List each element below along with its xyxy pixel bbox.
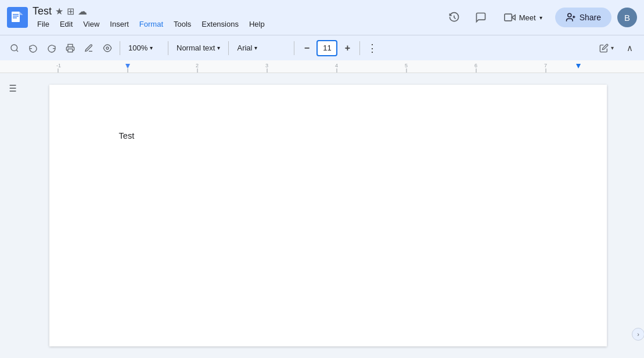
document-canvas-wrapper[interactable]: Test	[23, 73, 632, 358]
separator-2	[168, 41, 168, 55]
history-button[interactable]	[444, 7, 465, 28]
collapse-panel-button[interactable]: ›	[632, 328, 644, 341]
edit-chevron-icon: ▾	[611, 45, 614, 51]
font-size-decrease-button[interactable]: −	[298, 39, 315, 57]
person-add-icon	[566, 12, 576, 23]
svg-rect-3	[13, 16, 19, 17]
document-content[interactable]: Test	[119, 131, 537, 140]
paint-format-button[interactable]	[99, 39, 116, 57]
more-options-button[interactable]: ⋮	[364, 39, 381, 57]
collapse-toolbar-button[interactable]: ∧	[621, 39, 638, 57]
edit-pencil-icon	[599, 44, 609, 53]
ruler-svg: -1 1 2 3 4 5 6 7	[0, 60, 644, 73]
comments-button[interactable]	[470, 7, 491, 28]
doc-title[interactable]: Test	[33, 5, 52, 17]
ruler: -1 1 2 3 4 5 6 7	[0, 60, 644, 73]
folder-icon[interactable]: ⊞	[67, 6, 74, 17]
menu-help[interactable]: Help	[244, 19, 269, 30]
svg-rect-4	[13, 17, 17, 19]
svg-text:3: 3	[265, 63, 268, 68]
menu-file[interactable]: File	[33, 19, 54, 30]
document-page[interactable]: Test	[49, 85, 607, 346]
svg-rect-16	[0, 60, 644, 73]
text-style-select[interactable]: Normal text ▾	[172, 39, 225, 57]
svg-rect-2	[13, 14, 19, 15]
title-section: Test ★ ⊞ ☁ File Edit View Insert Format …	[33, 5, 439, 30]
zoom-value: 100%	[128, 44, 147, 52]
svg-rect-8	[505, 14, 512, 21]
sidebar-outline	[0, 73, 23, 358]
svg-rect-1	[12, 12, 20, 22]
menu-format[interactable]: Format	[135, 19, 168, 30]
more-options-icon: ⋮	[367, 42, 377, 55]
font-size-input[interactable]	[316, 40, 337, 56]
history-icon	[448, 12, 460, 23]
text-style-chevron-icon: ▾	[217, 45, 220, 51]
text-style-label: Normal text	[177, 44, 215, 52]
undo-button[interactable]	[24, 39, 42, 57]
video-icon	[504, 12, 516, 23]
outline-list-icon	[6, 82, 17, 94]
docs-logo-icon	[7, 7, 28, 28]
edit-mode-button[interactable]: ▾	[595, 41, 618, 55]
separator-1	[120, 41, 120, 55]
title-bar: Test ★ ⊞ ☁ File Edit View Insert Format …	[0, 0, 644, 35]
svg-point-12	[11, 45, 17, 51]
svg-point-15	[106, 47, 109, 49]
redo-icon	[47, 44, 56, 53]
share-button[interactable]: Share	[555, 8, 611, 27]
svg-text:7: 7	[544, 63, 547, 68]
cloud-saved-icon[interactable]: ☁	[78, 6, 87, 17]
font-size-decrease-icon: −	[304, 43, 310, 53]
menu-tools[interactable]: Tools	[169, 19, 196, 30]
svg-text:-1: -1	[56, 63, 61, 68]
paint-format-icon	[103, 44, 112, 53]
spell-check-icon	[84, 44, 93, 53]
font-select[interactable]: Arial ▾	[232, 39, 290, 57]
svg-text:6: 6	[474, 63, 477, 68]
search-button[interactable]	[6, 39, 23, 57]
main-area: Test ›	[0, 73, 644, 358]
separator-5	[359, 41, 360, 55]
meet-label: Meet	[519, 13, 536, 22]
zoom-chevron-icon: ▾	[150, 45, 153, 51]
outline-toggle-button[interactable]	[6, 82, 17, 97]
toolbar-right: ▾ ∧	[595, 39, 638, 57]
title-bar-right: Meet ▾ Share B	[444, 7, 637, 28]
spell-check-button[interactable]	[80, 39, 98, 57]
right-sidebar: ›	[632, 73, 644, 358]
svg-rect-14	[68, 49, 73, 52]
meet-chevron-icon: ▾	[539, 15, 542, 21]
menu-view[interactable]: View	[78, 19, 104, 30]
font-size-increase-button[interactable]: +	[339, 39, 356, 57]
undo-icon	[28, 44, 38, 53]
svg-point-9	[567, 13, 571, 17]
font-size-group: − +	[298, 39, 356, 57]
meet-button[interactable]: Meet ▾	[497, 8, 549, 27]
menu-edit[interactable]: Edit	[55, 19, 77, 30]
zoom-select[interactable]: 100% ▾	[124, 39, 164, 57]
collapse-icon: ∧	[627, 43, 633, 53]
svg-line-13	[16, 50, 18, 52]
share-label: Share	[580, 13, 601, 22]
toolbar: 100% ▾ Normal text ▾ Arial ▾ − + ⋮ ▾	[0, 35, 644, 60]
print-icon	[66, 44, 75, 53]
separator-4	[294, 41, 294, 55]
separator-3	[228, 41, 229, 55]
print-button[interactable]	[62, 39, 79, 57]
star-icon[interactable]: ★	[55, 6, 63, 17]
font-label: Arial	[237, 44, 252, 52]
menu-extensions[interactable]: Extensions	[197, 19, 243, 30]
comment-icon	[475, 12, 487, 23]
menu-bar: File Edit View Insert Format Tools Exten…	[33, 19, 439, 30]
svg-text:2: 2	[196, 63, 199, 68]
svg-text:5: 5	[405, 63, 408, 68]
user-avatar[interactable]: B	[617, 8, 637, 27]
font-size-increase-icon: +	[345, 43, 350, 53]
search-icon	[10, 44, 19, 53]
svg-marker-7	[512, 15, 515, 20]
title-row: Test ★ ⊞ ☁	[33, 5, 439, 17]
svg-text:4: 4	[335, 63, 338, 68]
redo-button[interactable]	[43, 39, 60, 57]
menu-insert[interactable]: Insert	[105, 19, 134, 30]
